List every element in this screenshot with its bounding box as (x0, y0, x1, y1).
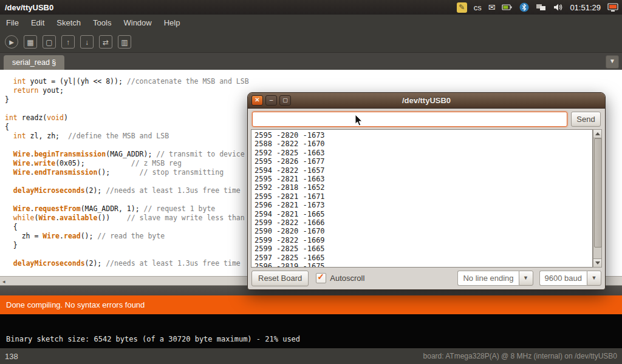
toolbar-buttons: ▶▦▢↑↓⇄▥ (0, 31, 622, 53)
open-sketch-button[interactable]: ↑ (61, 35, 75, 49)
battery-icon[interactable] (502, 4, 513, 11)
verify-button[interactable]: ▶ (5, 35, 18, 49)
serial-monitor-titlebar[interactable]: ✕ – ▢ /dev/ttyUSB0 (248, 93, 605, 109)
notes-icon[interactable]: ✎ (457, 2, 467, 13)
tab-label: serial_read § (12, 58, 56, 67)
scroll-left-icon[interactable]: ◂ (2, 278, 5, 285)
scroll-down-icon[interactable] (593, 258, 601, 267)
menubar: FileEditSketchToolsWindowHelp (0, 15, 622, 31)
serial-line: 2590 -2820 -1670 (255, 227, 589, 235)
top-panel: /dev/ttyUSB0 ✎ cs ✉ 01:51 (0, 0, 622, 15)
serial-output-scrollbar[interactable] (593, 129, 602, 268)
session-icon[interactable] (607, 3, 618, 12)
menu-item-window[interactable]: Window (117, 15, 157, 31)
mail-icon[interactable]: ✉ (488, 2, 496, 12)
volume-icon[interactable] (553, 3, 563, 12)
serial-line: 2599 -2825 -1665 (255, 244, 589, 253)
line-ending-select[interactable]: No line ending ▼ (457, 271, 533, 286)
serial-line: 2592 -2825 -1663 (255, 149, 589, 157)
serial-monitor-button[interactable]: ▥ (118, 35, 131, 49)
serial-output[interactable]: 2595 -2820 -16732588 -2822 -16702592 -28… (251, 129, 593, 268)
serial-line: 2588 -2822 -1670 (255, 140, 589, 148)
autoscroll-label: Autoscroll (330, 274, 364, 283)
board-info: board: ATmega328P(A) @ 8 MHz (internal) … (423, 352, 622, 360)
autoscroll-checkbox[interactable] (316, 273, 326, 283)
build-console: Binary sketch size: 6542 bytes (of a 307… (0, 314, 622, 348)
chevron-down-icon: ▼ (609, 58, 615, 64)
line-ending-value: No line ending (457, 271, 518, 286)
network-icon[interactable] (536, 3, 547, 12)
serial-line: 2595 -2821 -1663 (255, 175, 589, 183)
serial-line: 2597 -2825 -1665 (255, 254, 589, 262)
tab-serial-read[interactable]: serial_read § (4, 55, 64, 70)
clock-indicator[interactable]: 01:51:29 (570, 3, 601, 12)
send-button[interactable]: Send (571, 112, 601, 127)
serial-line: 2595 -2821 -1671 (255, 192, 589, 201)
menu-item-help[interactable]: Help (158, 15, 186, 31)
tabbar: serial_read § ▼ (0, 53, 622, 70)
serial-line: 2599 -2822 -1669 (255, 236, 589, 244)
baud-rate-select[interactable]: 9600 baud ▼ (539, 271, 601, 286)
chevron-down-icon[interactable]: ▼ (519, 271, 533, 286)
console-text: Binary sketch size: 6542 bytes (of a 307… (6, 335, 622, 343)
menu-item-sketch[interactable]: Sketch (50, 15, 87, 31)
upload-button[interactable]: ⇄ (99, 35, 112, 49)
system-tray: ✎ cs ✉ 01:51:29 (457, 2, 622, 13)
serial-line: 2594 -2821 -1665 (255, 210, 589, 218)
serial-send-input[interactable] (252, 112, 567, 127)
serial-line: 2594 -2822 -1657 (255, 166, 589, 175)
autoscroll-control: Autoscroll (316, 273, 364, 283)
stop-button[interactable]: ▦ (24, 35, 37, 49)
chevron-down-icon[interactable]: ▼ (587, 271, 601, 286)
menu-item-edit[interactable]: Edit (25, 15, 50, 31)
serial-line: 2595 -2820 -1673 (255, 131, 589, 140)
serial-monitor-controls: Reset Board Autoscroll No line ending ▼ … (251, 270, 601, 286)
window-title: /dev/ttyUSB0 (0, 3, 53, 12)
serial-line: 2596 -2821 -1673 (255, 201, 589, 209)
serial-line: 2596 -2819 -1675 (255, 262, 589, 268)
serial-monitor-window: ✕ – ▢ /dev/ttyUSB0 Send 2595 -2820 -1673… (247, 92, 606, 290)
menu-item-tools[interactable]: Tools (87, 15, 117, 31)
compile-status-bar: Done compiling. No syntax errors found (0, 295, 622, 314)
serial-line: 2599 -2822 -1666 (255, 218, 589, 227)
baud-rate-value: 9600 baud (539, 271, 587, 286)
serial-monitor-title: /dev/ttyUSB0 (248, 93, 605, 108)
line-number: 138 (0, 352, 18, 361)
serial-line: 2592 -2818 -1652 (255, 183, 589, 192)
code-line: int yout = (yl|(yh << 8)); //concatenate… (5, 77, 622, 86)
scrollbar-thumb[interactable] (594, 138, 602, 248)
reset-board-button[interactable]: Reset Board (251, 271, 309, 286)
scroll-up-icon[interactable] (593, 130, 601, 138)
menu-item-file[interactable]: File (0, 15, 25, 31)
footer-strip: 138 board: ATmega328P(A) @ 8 MHz (intern… (0, 348, 622, 364)
serial-line: 2595 -2826 -1677 (255, 157, 589, 166)
bluetooth-icon[interactable] (519, 2, 529, 12)
tab-list-button[interactable]: ▼ (606, 55, 619, 69)
save-sketch-button[interactable]: ↓ (80, 35, 94, 49)
new-sketch-button[interactable]: ▢ (43, 35, 56, 49)
keyboard-layout-indicator[interactable]: cs (474, 3, 482, 12)
screen: /dev/ttyUSB0 ✎ cs ✉ 01:51 (0, 0, 622, 364)
